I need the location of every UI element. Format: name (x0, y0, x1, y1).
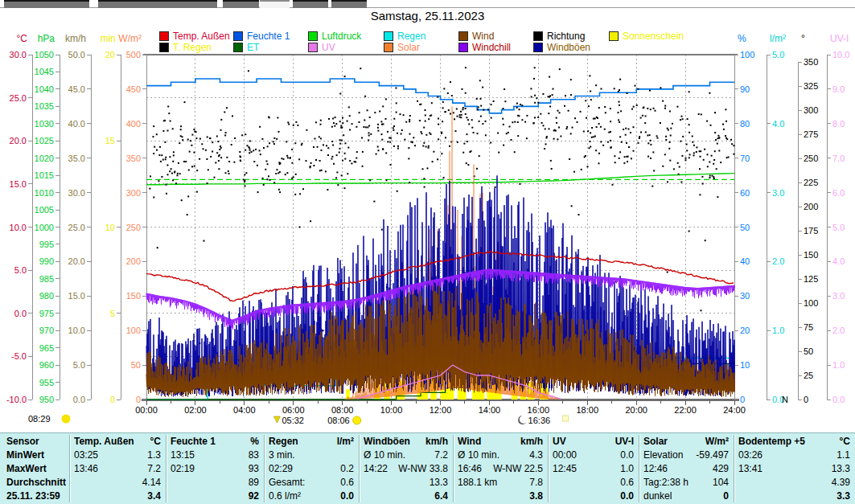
svg-text:5.0: 5.0 (832, 223, 845, 232)
svg-text:1040: 1040 (35, 84, 54, 94)
legend-swatch-richtung (533, 31, 543, 41)
legend-label: ET (247, 43, 259, 52)
sunrise-icon (353, 416, 361, 424)
table-cell: Gesamt:0.6 (269, 477, 354, 490)
svg-text:990: 990 (39, 256, 54, 266)
svg-text:275: 275 (804, 129, 818, 139)
svg-text:1035: 1035 (35, 101, 54, 111)
svg-text:970: 970 (39, 326, 54, 335)
table-cell: Tag:2:38 h104 (643, 477, 729, 490)
table-cell: 3.4 (74, 490, 161, 503)
table-cell: 03:261.1 (738, 449, 850, 462)
table-cell: Ø 10 min.4.3 (458, 449, 543, 462)
table-col-header-bodentemp-5: Bodentemp +5°C (738, 436, 850, 449)
svg-text:-10.0: -10.0 (6, 395, 27, 404)
table-cell: 92 (171, 490, 259, 503)
svg-text:18:00: 18:00 (576, 405, 598, 415)
moonset-time: 05:32 (282, 416, 304, 425)
svg-text:350: 350 (126, 154, 141, 163)
weather-chart: 30.025.020.015.010.05.00.0-5.0-10.0°C105… (0, 0, 855, 431)
axis-: 1009080706050403020100% (734, 33, 754, 404)
cell-left: Elevation (643, 449, 683, 462)
svg-text:30.0: 30.0 (10, 50, 27, 59)
cell-value: 3.4 (147, 490, 161, 503)
table-cell: 03:251.3 (74, 449, 161, 462)
svg-text:50: 50 (740, 223, 750, 232)
moon-set-arrow-icon (273, 416, 280, 423)
sensor-name: Temp. Außen (74, 436, 134, 449)
axis-w-m: 500450400350300250200150100500W/m² (118, 33, 146, 404)
svg-text:0: 0 (136, 395, 141, 404)
table-cell: 89 (171, 477, 259, 490)
svg-text:25.0: 25.0 (68, 223, 85, 232)
sensor-unit: UV-I (615, 436, 634, 449)
svg-text:50: 50 (804, 346, 813, 356)
cell-value: 0.0 (620, 490, 634, 503)
svg-text:100: 100 (804, 298, 818, 308)
svg-text:0.0: 0.0 (14, 309, 27, 318)
table-cell: 16:46W-NW 22.5 (458, 463, 543, 476)
table-cell: 0.0 (553, 490, 634, 503)
cell-value: 13.3 (832, 463, 850, 476)
legend-item-t-regen: T. Regen (159, 43, 212, 52)
svg-text:2.0: 2.0 (832, 326, 845, 335)
cell-value: 0.0 (340, 490, 354, 503)
sensor-unit: % (250, 436, 259, 449)
series-luftdruck (146, 174, 734, 185)
sensor-name: Windböen (364, 436, 410, 449)
svg-text:30: 30 (740, 291, 750, 301)
legend-swatch-t-regen (159, 43, 169, 52)
cell-left: 13:15 (171, 449, 195, 462)
cell-left: 16:46 (458, 463, 482, 476)
legend-item-temp-au-en: Temp. Außen (159, 31, 230, 41)
svg-text:1000: 1000 (35, 223, 54, 232)
table-separator (359, 435, 360, 502)
cell-left: Ø 10 min. (364, 449, 405, 462)
table-cell: 12:451.0 (553, 463, 634, 476)
sensor-unit: W/m² (705, 436, 729, 449)
legend-item-solar: Solar (384, 43, 420, 52)
legend-label: Wind (472, 31, 494, 41)
cell-left: dunkel (643, 490, 672, 503)
table-separator (453, 435, 454, 502)
cell-value: 93 (249, 463, 259, 476)
table-cell: Elevation-59.497 (643, 449, 729, 462)
legend-swatch-uv (308, 43, 318, 52)
legend-label: Feuchte 1 (247, 31, 290, 41)
legend-swatch-wind (458, 31, 468, 41)
svg-text:150: 150 (126, 291, 141, 301)
svg-text:250: 250 (126, 223, 141, 232)
cell-value: 3.3 (837, 490, 850, 503)
svg-text:3.0: 3.0 (772, 188, 784, 198)
cell-value: 1.1 (837, 449, 850, 462)
svg-text:250: 250 (804, 154, 818, 163)
cell-value: 7.8 (529, 477, 543, 490)
legend-swatch-temp-au-en (159, 31, 169, 41)
sensor-unit: l/m² (337, 436, 354, 449)
cell-value: 0.0 (620, 449, 634, 462)
sensor-unit: km/h (520, 436, 543, 449)
table-separator (69, 435, 70, 502)
svg-text:00:00: 00:00 (135, 405, 158, 415)
svg-text:20: 20 (740, 326, 750, 335)
legend-label: Windböen (547, 43, 590, 52)
row-label: Durchschnitt (6, 477, 66, 490)
svg-text:300: 300 (804, 105, 818, 115)
legend-item-windchill: Windchill (458, 43, 511, 52)
svg-text:960: 960 (39, 360, 54, 370)
axis-unit-: % (738, 33, 746, 44)
astro-markers: 05:3208:0616:3608:29 (28, 414, 569, 425)
axis-uv-i: 10.09.08.07.06.05.04.03.02.01.00.0UV-I (827, 33, 849, 404)
cell-value: 1.3 (147, 449, 161, 462)
svg-text:10: 10 (105, 223, 115, 232)
svg-text:1045: 1045 (35, 67, 54, 76)
legend-label: T. Regen (173, 43, 212, 52)
svg-text:06:00: 06:00 (282, 405, 305, 415)
cell-left: 02:29 (269, 463, 293, 476)
daylight-end-icon (563, 416, 569, 421)
svg-text:14:00: 14:00 (479, 405, 501, 415)
row-label: Sensor (6, 436, 39, 449)
svg-text:75: 75 (804, 322, 813, 332)
svg-text:10.0: 10.0 (10, 223, 27, 232)
svg-text:20:00: 20:00 (625, 405, 647, 415)
